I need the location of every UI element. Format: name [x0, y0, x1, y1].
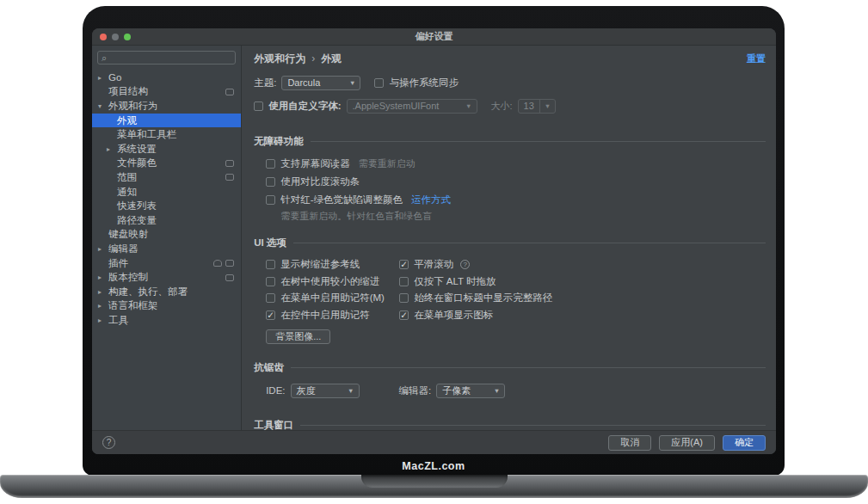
contrast-scrollbars-row: 使用对比度滚动条 — [254, 174, 766, 190]
theme-select[interactable]: Darcula ▼ — [281, 76, 360, 90]
chevron-down-icon: ▼ — [349, 79, 355, 87]
sidebar-item-tools[interactable]: ▸工具 — [92, 313, 241, 328]
sidebar-search[interactable]: ⌕ — [97, 51, 236, 65]
chevron-right-icon[interactable]: ▸ — [98, 288, 108, 296]
restart-hint: 需要重新启动 — [359, 157, 416, 170]
section-divider — [300, 425, 766, 426]
chevron-down-icon[interactable]: ▾ — [98, 102, 108, 110]
settings-main-panel: 外观和行为 › 外观 重置 主题: Darcula ▼ 与操作系统同步 — [242, 46, 776, 430]
section-accessibility: 无障碍功能 — [254, 135, 766, 148]
sidebar-item-menus-toolbars[interactable]: 菜单和工具栏 — [92, 127, 241, 142]
zoom-button[interactable] — [124, 34, 131, 40]
sidebar-item-notifications[interactable]: 通知 — [92, 185, 241, 200]
chevron-right-icon[interactable]: ▸ — [98, 302, 108, 310]
section-divider — [291, 367, 766, 368]
checkbox-box — [266, 195, 275, 205]
sidebar-item-keymap[interactable]: 键盘映射 — [92, 228, 241, 243]
tree-indent-guides-checkbox[interactable]: 显示树缩进参考线 — [266, 258, 360, 271]
font-size-select[interactable]: 13 ▼ — [518, 99, 556, 114]
chevron-right-icon[interactable]: ▸ — [98, 245, 108, 253]
chevron-down-icon: ▼ — [545, 102, 551, 110]
color-adjust-hint: 需要重新启动。针对红色盲和绿色盲 — [254, 210, 766, 223]
sidebar-item-file-colors[interactable]: 文件颜色 — [92, 157, 241, 171]
smaller-tree-indent-checkbox[interactable]: 在树中使用较小的缩进 — [266, 275, 379, 288]
editor-aa-label: 编辑器: — [399, 384, 432, 397]
alt-drag-checkbox[interactable]: 仅按下 ALT 时拖放 — [399, 275, 496, 288]
shared-settings-icon — [225, 260, 234, 267]
reset-link[interactable]: 重置 — [747, 52, 766, 65]
sync-os-checkbox[interactable]: 与操作系统同步 — [374, 77, 459, 89]
control-mnemonics-checkbox[interactable]: 在控件中启用助记符 — [266, 309, 370, 322]
menu-mnemonics-checkbox[interactable]: 在菜单中启用助记符(M) — [266, 292, 385, 304]
preferences-window: 偏好设置 ⌕ ▸Go 项目结构 ▾外观和行为 外观 菜单和工具栏 ▸系统设置 文… — [92, 28, 776, 454]
color-adjust-row: 针对红-绿色觉缺陷调整颜色 运作方式 — [254, 192, 766, 208]
sidebar-item-go[interactable]: ▸Go — [92, 71, 241, 85]
custom-font-checkbox[interactable]: 使用自定义字体: — [254, 100, 341, 113]
window-titlebar: 偏好设置 — [92, 28, 776, 46]
sidebar-item-scopes[interactable]: 范围 — [92, 170, 241, 185]
chevron-down-icon: ▼ — [465, 102, 471, 110]
help-icon[interactable]: ? — [460, 260, 470, 269]
section-ui-options: UI 选项 — [254, 237, 766, 249]
ide-aa-select[interactable]: 灰度 ▼ — [291, 384, 360, 398]
sidebar-item-system-settings[interactable]: ▸系统设置 — [92, 142, 241, 157]
chevron-right-icon[interactable]: ▸ — [98, 317, 108, 324]
help-button[interactable]: ? — [102, 436, 115, 449]
custom-font-row: 使用自定义字体: .AppleSystemUIFont ▼ 大小: 13 ▼ — [254, 98, 766, 114]
sidebar-item-quick-lists[interactable]: 快速列表 — [92, 199, 241, 213]
how-it-works-link[interactable]: 运作方式 — [411, 194, 451, 206]
menu-icons-checkbox[interactable]: 在菜单项显示图标 — [399, 309, 493, 322]
traffic-lights — [100, 34, 131, 40]
plugin-badge-icon — [213, 260, 222, 267]
sidebar-item-version-control[interactable]: ▸版本控制 — [92, 270, 241, 285]
sidebar-item-project-structure[interactable]: 项目结构 — [92, 85, 241, 100]
sidebar-item-appearance[interactable]: 外观 — [92, 114, 241, 128]
chevron-right-icon[interactable]: ▸ — [98, 274, 108, 281]
full-path-title-checkbox[interactable]: 始终在窗口标题中显示完整路径 — [399, 292, 552, 304]
breadcrumb-parent[interactable]: 外观和行为 — [254, 52, 305, 66]
theme-row: 主题: Darcula ▼ 与操作系统同步 — [254, 75, 766, 90]
section-divider — [293, 243, 766, 243]
font-family-select[interactable]: .AppleSystemUIFont ▼ — [347, 99, 477, 114]
shared-settings-icon — [225, 160, 234, 167]
device-brand-label: MacZL.com — [83, 460, 785, 472]
laptop-lid-notch — [361, 475, 508, 488]
shared-settings-icon — [225, 89, 234, 95]
sidebar-item-editor[interactable]: ▸编辑器 — [92, 242, 241, 256]
sidebar-item-path-variables[interactable]: 路径变量 — [92, 213, 241, 228]
search-input[interactable] — [109, 52, 231, 63]
contrast-scrollbars-checkbox[interactable]: 使用对比度滚动条 — [266, 175, 360, 188]
close-button[interactable] — [100, 34, 107, 40]
ok-button[interactable]: 确定 — [723, 435, 766, 451]
chevron-right-icon[interactable]: ▸ — [107, 145, 117, 153]
apply-button[interactable]: 应用(A) — [659, 435, 715, 451]
sidebar-item-languages-frameworks[interactable]: ▸语言和框架 — [92, 299, 241, 314]
chevron-down-icon: ▼ — [348, 387, 354, 395]
color-adjust-checkbox[interactable]: 针对红-绿色觉缺陷调整颜色 — [266, 194, 403, 206]
section-tool-windows: 工具窗口 — [254, 419, 766, 430]
search-icon: ⌕ — [102, 53, 107, 63]
ide-aa-label: IDE: — [266, 385, 285, 396]
smooth-scrolling-checkbox[interactable]: 平滑滚动 — [399, 258, 453, 271]
antialiasing-row: IDE: 灰度 ▼ 编辑器: 子像素 ▼ — [254, 383, 766, 398]
sidebar-item-plugins[interactable]: 插件 — [92, 256, 241, 271]
checkbox-box — [374, 78, 384, 88]
sidebar-item-build-execution-deployment[interactable]: ▸构建、执行、部署 — [92, 285, 241, 299]
background-image-button[interactable]: 背景图像... — [266, 329, 330, 344]
section-antialiasing: 抗锯齿 — [254, 361, 766, 374]
cancel-button[interactable]: 取消 — [608, 435, 651, 451]
dialog-footer: ? 取消 应用(A) 确定 — [92, 430, 776, 454]
settings-sidebar: ⌕ ▸Go 项目结构 ▾外观和行为 外观 菜单和工具栏 ▸系统设置 文件颜色 范… — [92, 46, 242, 430]
editor-aa-select[interactable]: 子像素 ▼ — [436, 384, 505, 398]
breadcrumb: 外观和行为 › 外观 重置 — [254, 51, 766, 66]
laptop-screen-bezel: MacZL.com 偏好设置 ⌕ ▸Go 项目结构 ▾外观和行为 — [83, 6, 785, 476]
checkbox-box — [254, 101, 263, 111]
breadcrumb-current: 外观 — [321, 52, 342, 66]
checkbox-box — [266, 177, 275, 187]
checkbox-box — [266, 159, 275, 169]
screen-reader-checkbox[interactable]: 支持屏幕阅读器 — [266, 157, 350, 170]
chevron-right-icon[interactable]: ▸ — [98, 74, 108, 82]
font-size-label: 大小: — [491, 100, 513, 113]
minimize-button[interactable] — [112, 34, 119, 40]
sidebar-item-appearance-behavior[interactable]: ▾外观和行为 — [92, 99, 241, 114]
